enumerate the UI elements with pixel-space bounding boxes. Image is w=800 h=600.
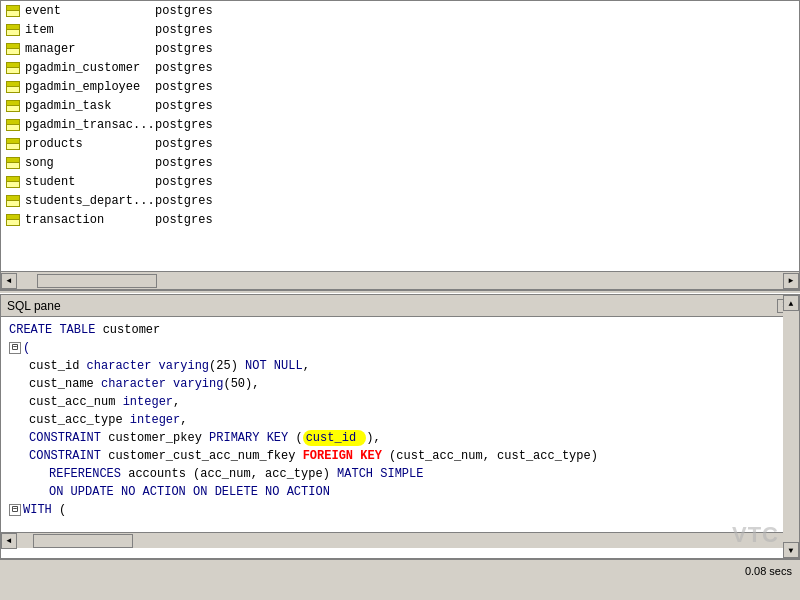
- table-row[interactable]: eventpostgres: [1, 1, 799, 20]
- scroll-right-btn[interactable]: ►: [783, 273, 799, 289]
- sql-pane-header: SQL pane ×: [1, 295, 799, 317]
- object-name: products: [25, 137, 155, 151]
- object-name: event: [25, 4, 155, 18]
- sql-vertical-scrollbar[interactable]: ▲ ▼: [783, 295, 799, 558]
- table-row[interactable]: studentpostgres: [1, 172, 799, 191]
- object-name: transaction: [25, 213, 155, 227]
- sql-line-8: CONSTRAINT customer_cust_acc_num_fkey FO…: [9, 447, 791, 465]
- table-row[interactable]: songpostgres: [1, 153, 799, 172]
- sql-horizontal-scrollbar[interactable]: ◄ ►: [1, 532, 799, 548]
- table-icon: [5, 193, 21, 209]
- object-owner: postgres: [155, 213, 213, 227]
- table-icon: [5, 98, 21, 114]
- table-icon: [5, 117, 21, 133]
- object-owner: postgres: [155, 156, 213, 170]
- expand-icon-2[interactable]: ⊟: [9, 504, 21, 516]
- object-owner: postgres: [155, 80, 213, 94]
- sql-line-7: CONSTRAINT customer_pkey PRIMARY KEY (cu…: [9, 429, 791, 447]
- status-time: 0.08 secs: [745, 565, 792, 577]
- table-row[interactable]: pgadmin_customerpostgres: [1, 58, 799, 77]
- table-icon: [5, 174, 21, 190]
- vtc-watermark: VTC: [732, 522, 779, 548]
- object-owner: postgres: [155, 99, 213, 113]
- scroll-left-btn[interactable]: ◄: [1, 273, 17, 289]
- object-owner: postgres: [155, 61, 213, 75]
- status-bar: 0.08 secs: [0, 559, 800, 581]
- sql-line-11: ⊟WITH (: [9, 501, 791, 519]
- table-row[interactable]: transactionpostgres: [1, 210, 799, 229]
- sql-scroll-thumb[interactable]: [33, 534, 133, 548]
- sql-line-1: CREATE TABLE customer: [9, 321, 791, 339]
- sql-scroll-down[interactable]: ▼: [783, 542, 799, 558]
- table-icon: [5, 22, 21, 38]
- table-row[interactable]: productspostgres: [1, 134, 799, 153]
- highlight-cust-id: cust_id: [303, 430, 367, 446]
- sql-scroll-up[interactable]: ▲: [783, 295, 799, 311]
- table-row[interactable]: pgadmin_employeepostgres: [1, 77, 799, 96]
- object-owner: postgres: [155, 23, 213, 37]
- table-icon: [5, 60, 21, 76]
- table-icon: [5, 41, 21, 57]
- table-row[interactable]: itempostgres: [1, 20, 799, 39]
- object-name: student: [25, 175, 155, 189]
- object-name: pgadmin_transac...: [25, 118, 155, 132]
- sql-pane: SQL pane × CREATE TABLE customer ⊟( cust…: [0, 294, 800, 559]
- object-owner: postgres: [155, 42, 213, 56]
- sql-line-2: ⊟(: [9, 339, 791, 357]
- object-owner: postgres: [155, 4, 213, 18]
- table-icon: [5, 79, 21, 95]
- sql-scroll-left[interactable]: ◄: [1, 533, 17, 549]
- sql-pane-title: SQL pane: [7, 299, 61, 313]
- sql-line-3: cust_id character varying(25) NOT NULL,: [9, 357, 791, 375]
- object-name: students_depart...: [25, 194, 155, 208]
- sql-line-9: REFERENCES accounts (acc_num, acc_type) …: [9, 465, 791, 483]
- object-name: pgadmin_employee: [25, 80, 155, 94]
- object-name: manager: [25, 42, 155, 56]
- table-icon: [5, 155, 21, 171]
- expand-icon[interactable]: ⊟: [9, 342, 21, 354]
- object-owner: postgres: [155, 118, 213, 132]
- object-name: pgadmin_customer: [25, 61, 155, 75]
- object-name: song: [25, 156, 155, 170]
- sql-line-6: cust_acc_type integer,: [9, 411, 791, 429]
- sql-line-5: cust_acc_num integer,: [9, 393, 791, 411]
- scroll-track: [17, 274, 783, 288]
- table-row[interactable]: pgadmin_transac...postgres: [1, 115, 799, 134]
- table-icon: [5, 3, 21, 19]
- table-icon: [5, 136, 21, 152]
- object-name: item: [25, 23, 155, 37]
- table-row[interactable]: managerpostgres: [1, 39, 799, 58]
- object-list[interactable]: eventpostgresitempostgresmanagerpostgres…: [1, 1, 799, 271]
- object-name: pgadmin_task: [25, 99, 155, 113]
- object-owner: postgres: [155, 194, 213, 208]
- horizontal-scrollbar[interactable]: ◄ ►: [1, 271, 799, 289]
- table-row[interactable]: students_depart...postgres: [1, 191, 799, 210]
- sql-content: CREATE TABLE customer ⊟( cust_id charact…: [1, 317, 799, 532]
- table-icon: [5, 212, 21, 228]
- sql-scroll-track: [783, 311, 799, 542]
- object-owner: postgres: [155, 137, 213, 151]
- objects-panel: eventpostgresitempostgresmanagerpostgres…: [0, 0, 800, 290]
- object-owner: postgres: [155, 175, 213, 189]
- table-row[interactable]: pgadmin_taskpostgres: [1, 96, 799, 115]
- sql-line-10: ON UPDATE NO ACTION ON DELETE NO ACTION: [9, 483, 791, 501]
- sql-line-4: cust_name character varying(50),: [9, 375, 791, 393]
- scroll-thumb[interactable]: [37, 274, 157, 288]
